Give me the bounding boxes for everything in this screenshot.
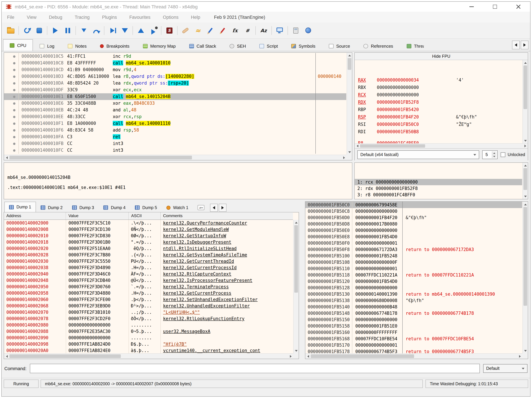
step-into-icon[interactable] bbox=[77, 24, 90, 37]
tab-log[interactable]: Log bbox=[33, 41, 61, 51]
scroll-right-button[interactable] bbox=[341, 155, 347, 160]
tab-scroll-left-button[interactable] bbox=[512, 41, 520, 49]
step-over-icon[interactable] bbox=[90, 24, 102, 37]
trace-into-icon[interactable] bbox=[147, 24, 159, 37]
calculator-icon[interactable] bbox=[290, 24, 302, 37]
disassembly-row[interactable]: 00000001400010DA48:8D5424 20lea rdx,qwor… bbox=[4, 80, 346, 87]
scroll-track[interactable] bbox=[294, 225, 299, 348]
tab-dump-1[interactable]: Dump 1 bbox=[4, 202, 36, 212]
dump-tab-scroll-right-button[interactable] bbox=[219, 204, 227, 212]
breakpoint-gutter[interactable] bbox=[4, 120, 19, 127]
scroll-track[interactable] bbox=[523, 207, 528, 348]
tab-source[interactable]: Source bbox=[322, 41, 357, 51]
dump-row[interactable]: 000000014000207800007FFE2F3CD2F0ðÒ</þ...… bbox=[4, 316, 293, 322]
dump-row[interactable]: 000000014000206800007FFE2F3EB9D0Ð¹>/þ...… bbox=[4, 303, 293, 309]
scroll-thumb[interactable] bbox=[348, 58, 351, 70]
highlight-icon[interactable] bbox=[216, 24, 229, 37]
disassembly-row[interactable]: 00000001400010C541:FFC1inc r9d bbox=[4, 53, 346, 60]
strings-icon[interactable]: # bbox=[241, 24, 254, 37]
scroll-up-button[interactable] bbox=[523, 163, 528, 168]
breakpoint-gutter[interactable] bbox=[4, 93, 19, 100]
tab-breakpoints[interactable]: Breakpoints bbox=[93, 41, 136, 51]
stack-row[interactable]: 0000000001FB511800007FFDC110221Areturn t… bbox=[305, 272, 522, 278]
register-row[interactable]: RBX0000000000000000 bbox=[358, 84, 522, 91]
restart-icon[interactable] bbox=[20, 24, 33, 37]
dump-row[interactable]: 000000014000202800007FFE2F3C7B80.{</þ...… bbox=[4, 252, 293, 258]
comments-icon[interactable]: ≈ bbox=[192, 24, 204, 37]
dump-row[interactable]: 000000014000204800007FFE2F3CDB40@Û</þ...… bbox=[4, 277, 293, 284]
scroll-down-button[interactable] bbox=[294, 348, 299, 353]
register-row[interactable]: RAX0000000000000034'4' bbox=[358, 76, 522, 84]
scroll-thumb[interactable] bbox=[523, 168, 527, 190]
dump-column-header-address[interactable]: Address bbox=[4, 212, 66, 220]
tab-dump-4[interactable]: Dump 4 bbox=[99, 203, 130, 212]
menu-item-options[interactable]: Options bbox=[163, 15, 178, 20]
menu-item-favourites[interactable]: Favourites bbox=[129, 15, 151, 20]
disassembly-row[interactable]: 00000001400010C8E8 43FFFFFFcall mb64_se.… bbox=[4, 60, 346, 66]
dump-row[interactable]: 00000001400020900000000000000000........ bbox=[4, 335, 293, 341]
stack-row[interactable]: 0000000001FB51700000000000000001 bbox=[305, 342, 522, 348]
stack-row[interactable]: 0000000001FB50D800000000017B0080 bbox=[305, 221, 522, 227]
command-input[interactable] bbox=[30, 364, 480, 373]
unlocked-checkbox[interactable]: Unlocked bbox=[501, 152, 525, 157]
scroll-left-button[interactable] bbox=[4, 354, 9, 359]
registers-vertical-scrollbar[interactable] bbox=[522, 60, 528, 143]
scroll-down-button[interactable] bbox=[347, 149, 352, 155]
disassembly-row[interactable]: 00000001400010DF33C9xor ecx,ecx bbox=[4, 87, 346, 93]
stack-row[interactable]: 0000000001FB51280000000000000000 bbox=[305, 284, 522, 291]
preferences-icon[interactable] bbox=[273, 24, 286, 37]
stack-row[interactable]: 0000000001FB51580000000001FB51E0 bbox=[305, 323, 522, 329]
scroll-track[interactable] bbox=[360, 144, 522, 148]
scroll-thumb[interactable] bbox=[523, 65, 527, 109]
tab-call-stack[interactable]: Call Stack bbox=[182, 41, 223, 51]
scroll-up-button[interactable] bbox=[347, 53, 352, 58]
scroll-track[interactable] bbox=[9, 354, 288, 359]
tab-notes[interactable]: Notes bbox=[61, 41, 93, 51]
scroll-left-button[interactable] bbox=[355, 144, 360, 148]
tab-symbols[interactable]: Symbols bbox=[285, 41, 322, 51]
dump-row[interactable]: 000000014000203000007FFE2F3C5550PU</þ...… bbox=[4, 258, 293, 265]
registers-horizontal-scrollbar[interactable] bbox=[355, 143, 528, 148]
dump-row[interactable]: 000000014000205800007FFE2F3D4880.H=/þ...… bbox=[4, 290, 293, 296]
argument-count-spinner[interactable]: 5 bbox=[482, 150, 498, 159]
step-out-icon[interactable] bbox=[118, 24, 131, 37]
scroll-thumb[interactable] bbox=[360, 144, 425, 148]
disassembly-horizontal-scrollbar[interactable] bbox=[4, 155, 347, 160]
dump-column-header-ascii[interactable]: ASCII bbox=[129, 212, 161, 220]
register-row[interactable]: RSI0000000001FB50C0"ŽE™g" bbox=[358, 121, 522, 128]
menu-item-tracing[interactable]: Tracing bbox=[75, 15, 90, 20]
stack-horizontal-scrollbar[interactable] bbox=[305, 353, 522, 359]
disassembly-row[interactable]: 00000001400010CD41:B9 04000000mov r9d,4 bbox=[4, 66, 346, 73]
scroll-down-button[interactable] bbox=[523, 348, 528, 353]
dump-row[interactable]: 000000014000206000007FFE2F3CFE00.þ</þ...… bbox=[4, 296, 293, 303]
run-to-user-code-icon[interactable] bbox=[134, 24, 147, 37]
stack-row[interactable]: 0000000001FB51200000000001FB54D0 bbox=[305, 278, 522, 284]
breakpoint-gutter[interactable] bbox=[4, 53, 19, 60]
tab-seh[interactable]: SEH bbox=[223, 41, 253, 51]
dump-row[interactable]: 00000001400020800000000000000000........ bbox=[4, 322, 293, 328]
tab-script[interactable]: Script bbox=[253, 41, 285, 51]
disassembly-row[interactable]: 00000001400010FAC3ret bbox=[4, 133, 346, 140]
register-row[interactable]: R8000000001FC4BFF0 bbox=[358, 140, 522, 143]
scroll-down-button[interactable] bbox=[523, 138, 528, 143]
execute-till-return-icon[interactable] bbox=[106, 24, 118, 37]
disassembly-row[interactable]: 00000001400010F648:83C4 58add rsp,58 bbox=[4, 127, 346, 133]
scroll-left-button[interactable] bbox=[305, 354, 311, 359]
breakpoint-gutter[interactable] bbox=[4, 114, 19, 120]
disassembly-vertical-scrollbar[interactable] bbox=[347, 53, 352, 155]
scroll-track[interactable] bbox=[523, 168, 528, 194]
dump-row[interactable]: 000000014000204000007FFE2F3D46C0ÀF=/þ...… bbox=[4, 271, 293, 277]
disassembly-row[interactable]: 00000001400010EB4C:24 48and al,48 bbox=[4, 107, 346, 114]
register-row[interactable]: RSP0000000001FB4F20&"€þ\fh" bbox=[358, 114, 522, 121]
disassembly-row[interactable]: 00000001400010FBCCint3 bbox=[4, 140, 346, 147]
dump-row[interactable]: 000000014000207000007FFE2F3B1010..;/þ...… bbox=[4, 309, 293, 316]
scroll-thumb[interactable] bbox=[523, 207, 527, 306]
hide-fpu-button[interactable]: Hide FPU bbox=[355, 53, 528, 60]
dump-tab-scroll-left-button[interactable] bbox=[210, 204, 218, 212]
tab-watch-1[interactable]: Watch 1 bbox=[162, 203, 193, 212]
dump-row[interactable]: 000000014000201800007FFE2F3D01B0°.=/þ...… bbox=[4, 239, 293, 245]
argument-row[interactable]: 1: rcx 0000000000000000 bbox=[355, 179, 522, 185]
breakpoint-gutter[interactable] bbox=[4, 140, 19, 147]
arguments-vertical-scrollbar[interactable] bbox=[522, 163, 528, 199]
run-icon[interactable] bbox=[49, 24, 61, 37]
